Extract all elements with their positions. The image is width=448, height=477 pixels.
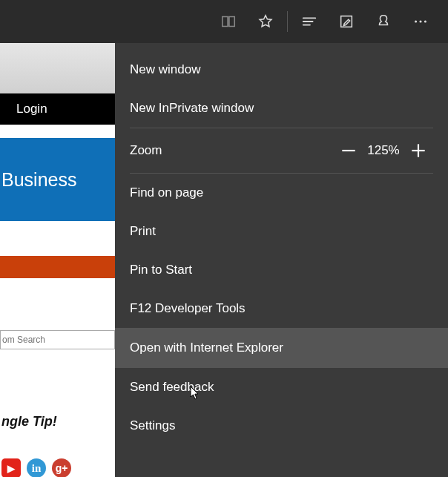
- tip-heading: ngle Tip!: [0, 414, 115, 430]
- more-icon[interactable]: [402, 0, 439, 43]
- menu-dev-tools[interactable]: F12 Developer Tools: [115, 289, 448, 328]
- more-menu: New window New InPrivate window Zoom 125…: [115, 43, 448, 477]
- svg-point-4: [415, 20, 417, 22]
- page-grey-band: [0, 43, 115, 93]
- zoom-out-button[interactable]: [334, 141, 363, 160]
- menu-zoom-row: Zoom 125%: [115, 128, 448, 173]
- reading-view-icon[interactable]: [210, 0, 247, 43]
- linkedin-icon[interactable]: in: [27, 458, 46, 477]
- menu-item-label: Find on page: [130, 185, 203, 200]
- gplus-icon[interactable]: g+: [52, 458, 71, 477]
- menu-item-label: Send feedback: [130, 380, 214, 395]
- search-box[interactable]: [0, 330, 115, 349]
- blue-banner-text: Business: [1, 169, 76, 191]
- zoom-in-button[interactable]: [403, 141, 433, 160]
- menu-print[interactable]: Print: [115, 212, 448, 251]
- zoom-label: Zoom: [130, 143, 162, 158]
- gplus-glyph: g+: [56, 462, 68, 474]
- favorite-star-icon[interactable]: [247, 0, 284, 43]
- orange-bar: [0, 256, 115, 278]
- youtube-icon[interactable]: ▶: [1, 458, 21, 477]
- menu-item-label: Settings: [130, 418, 175, 433]
- menu-open-with-ie[interactable]: Open with Internet Explorer: [115, 328, 448, 368]
- menu-pin-to-start[interactable]: Pin to Start: [115, 251, 448, 289]
- menu-item-label: Pin to Start: [130, 263, 192, 277]
- zoom-value: 125%: [363, 143, 403, 158]
- hub-icon[interactable]: [291, 0, 328, 43]
- menu-find-on-page[interactable]: Find on page: [115, 174, 448, 212]
- menu-new-window[interactable]: New window: [115, 50, 448, 89]
- tip-heading-text: ngle Tip!: [1, 414, 57, 429]
- menu-item-label: Print: [130, 224, 156, 239]
- youtube-glyph: ▶: [7, 463, 15, 474]
- menu-new-inprivate[interactable]: New InPrivate window: [115, 89, 448, 128]
- menu-settings[interactable]: Settings: [115, 407, 448, 445]
- browser-topbar: [0, 0, 448, 43]
- share-icon[interactable]: [365, 0, 402, 43]
- menu-item-label: New window: [130, 62, 200, 77]
- blue-banner: Business: [0, 138, 115, 221]
- social-row: ▶ in g+: [0, 458, 71, 477]
- menu-send-feedback[interactable]: Send feedback: [115, 368, 448, 407]
- linkedin-glyph: in: [32, 462, 42, 475]
- login-label: Login: [16, 102, 47, 116]
- menu-item-label: Open with Internet Explorer: [130, 341, 283, 355]
- topbar-divider: [287, 11, 288, 32]
- search-input[interactable]: [1, 331, 114, 349]
- web-note-icon[interactable]: [328, 0, 365, 43]
- login-bar[interactable]: Login: [0, 93, 115, 125]
- menu-item-label: New InPrivate window: [130, 101, 254, 116]
- svg-point-5: [419, 20, 421, 22]
- topbar-icon-group: [210, 0, 439, 43]
- menu-item-label: F12 Developer Tools: [130, 301, 246, 316]
- svg-point-6: [424, 20, 426, 22]
